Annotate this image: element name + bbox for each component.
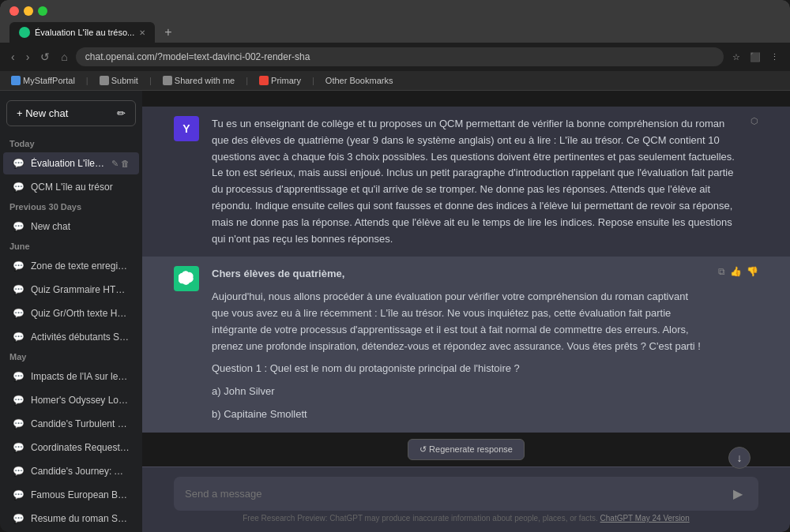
browser-frame: Évaluation L'île au tréso... ✕ + ‹ › ↺ ⌂… xyxy=(0,0,790,532)
bookmark-favicon xyxy=(11,76,21,85)
chat-footer-text: Free Research Preview: ChatGPT may produ… xyxy=(174,511,758,523)
home-button[interactable]: ⌂ xyxy=(58,49,70,65)
chat-wrapper: Y Tu es un enseignant de collège et tu p… xyxy=(142,91,790,532)
assistant-intro: Aujourd'hui, nous allons procéder à une … xyxy=(212,289,705,354)
menu-icon[interactable]: ⋮ xyxy=(766,49,782,65)
bookmark-primary[interactable]: Primary xyxy=(256,74,304,87)
tabs-row: Évaluation L'île au tréso... ✕ + xyxy=(9,22,781,43)
regenerate-button[interactable]: ↺ Regenerate response xyxy=(408,439,525,460)
sidebar-item-label-newchat: New chat xyxy=(31,221,130,232)
tab-title: Évaluation L'île au tréso... xyxy=(35,28,134,37)
user-avatar-icon: Y xyxy=(174,116,199,141)
chatgpt-version-link[interactable]: ChatGPT May 24 Version xyxy=(600,514,690,523)
sidebar-item-zone[interactable]: 💬 Zone de texte enregistrement... xyxy=(3,255,139,277)
message-actions: ⧉ 👍 👎 xyxy=(718,266,758,277)
maximize-window-btn[interactable] xyxy=(38,6,47,16)
nav-icons: ☆ ⬛ ⋮ xyxy=(728,49,782,65)
sidebar-item-label-impacts: Impacts de l'IA sur les métier... xyxy=(31,371,130,382)
q1-b: b) Capitaine Smollett xyxy=(212,406,705,423)
copy-icon[interactable]: ⧉ xyxy=(718,266,725,277)
new-chat-label: + New chat xyxy=(17,107,68,119)
sidebar-item-label-famous: Famous European Books Lis... xyxy=(31,489,130,500)
new-chat-button[interactable]: + New chat ✏ xyxy=(6,100,136,126)
chat-bubble-icon-14: 💬 xyxy=(13,513,24,524)
sidebar-item-famous[interactable]: 💬 Famous European Books Lis... xyxy=(3,484,139,506)
sidebar-item-newchat[interactable]: 💬 New chat xyxy=(3,215,139,238)
sidebar-item-quiz-hugo[interactable]: 💬 Quiz Gr/Orth texte Hugo xyxy=(3,302,139,324)
sidebar-item-activites[interactable]: 💬 Activités débutants Scratch... xyxy=(3,326,139,348)
chat-bubble-icon-6: 💬 xyxy=(13,308,24,319)
sidebar-item-coordinates[interactable]: 💬 Coordinates Requested, Una... xyxy=(3,436,139,459)
sidebar-item-label-coordinates: Coordinates Requested, Una... xyxy=(31,442,130,453)
sidebar-item-label-qcm: QCM L'île au trésor xyxy=(31,182,130,193)
scroll-down-button[interactable]: ↓ xyxy=(728,447,750,469)
user-message-content: Tu es un enseignant de collège et tu pro… xyxy=(212,116,735,247)
sidebar-item-label: Évaluation L'île au tré... xyxy=(31,158,105,169)
input-wrapper: ▶ xyxy=(174,477,758,511)
title-bar: Évaluation L'île au tréso... ✕ + xyxy=(0,0,790,43)
user-prompt-text: Tu es un enseignant de collège et tu pro… xyxy=(212,118,735,245)
chat-input[interactable] xyxy=(185,488,722,500)
sidebar: + New chat ✏ Today 💬 Évaluation L'île au… xyxy=(0,91,142,532)
assistant-avatar-icon xyxy=(174,266,199,291)
section-today: Today xyxy=(0,136,142,152)
sidebar-item-label-resume: Resume du roman Stendhal... xyxy=(31,513,130,524)
chat-bubble-icon-3: 💬 xyxy=(13,221,24,232)
bookmark-submit[interactable]: Submit xyxy=(96,74,141,87)
regenerate-container: ↺ Regenerate response xyxy=(142,433,790,466)
extensions-icon[interactable]: ⬛ xyxy=(747,49,763,65)
thumbs-up-icon[interactable]: 👍 xyxy=(730,266,742,277)
chat-messages: Y Tu es un enseignant de collège et tu p… xyxy=(142,91,790,433)
sidebar-item-label-activites: Activités débutants Scratch... xyxy=(31,332,130,343)
assistant-greeting: Chers élèves de quatrième, xyxy=(212,268,344,279)
chat-bubble-icon: 💬 xyxy=(13,158,24,169)
bookmark-icon[interactable]: ☆ xyxy=(728,49,744,65)
sidebar-item-quiz-html[interactable]: 💬 Quiz Grammaire HTML/JS xyxy=(3,279,139,301)
forward-button[interactable]: › xyxy=(23,49,33,65)
tab-close-btn[interactable]: ✕ xyxy=(139,28,145,37)
regenerate-btn-wrapper: ↺ Regenerate response xyxy=(174,439,758,460)
footer-preview-text: Free Research Preview: ChatGPT may produ… xyxy=(243,514,597,523)
bookmarks-bar: MyStaffPortal | Submit | Shared with me … xyxy=(0,71,790,91)
chat-bubble-icon-13: 💬 xyxy=(13,489,24,500)
bookmark-favicon-primary xyxy=(259,76,269,85)
address-bar[interactable] xyxy=(76,47,724,66)
assistant-message-content: Chers élèves de quatrième, Aujourd'hui, … xyxy=(212,266,705,433)
sidebar-item-label-zone: Zone de texte enregistrement... xyxy=(31,260,130,272)
q1-label: Question 1 : Quel est le nom du protagon… xyxy=(212,361,705,377)
send-button[interactable]: ▶ xyxy=(728,485,747,503)
chat-bubble-icon-5: 💬 xyxy=(13,284,24,295)
sidebar-item-label-homer: Homer's Odyssey Locations xyxy=(31,395,130,406)
active-tab[interactable]: Évaluation L'île au tréso... ✕ xyxy=(9,22,155,43)
minimize-window-btn[interactable] xyxy=(24,6,33,16)
chat-bubble-icon-10: 💬 xyxy=(13,418,24,429)
chat-input-area: ▶ Free Research Preview: ChatGPT may pro… xyxy=(142,466,790,532)
chat-bubble-icon-7: 💬 xyxy=(13,332,24,343)
main-content: + New chat ✏ Today 💬 Évaluation L'île au… xyxy=(0,91,790,532)
section-june: June xyxy=(0,238,142,254)
chat-bubble-icon-9: 💬 xyxy=(13,395,24,406)
sidebar-item-evaluation[interactable]: 💬 Évaluation L'île au tré... ✎ 🗑 xyxy=(3,152,139,174)
assistant-message: Chers élèves de quatrième, Aujourd'hui, … xyxy=(142,257,790,433)
sidebar-item-resume[interactable]: 💬 Resume du roman Stendhal... xyxy=(3,508,139,530)
bookmark-favicon-shared xyxy=(163,76,172,85)
sidebar-item-homer[interactable]: 💬 Homer's Odyssey Locations xyxy=(3,389,139,411)
chat-bubble-icon-12: 💬 xyxy=(13,466,24,477)
tab-favicon xyxy=(19,27,30,38)
sidebar-item-qcm[interactable]: 💬 QCM L'île au trésor xyxy=(3,176,139,198)
sidebar-item-label-candide: Candide's Turbulent Journey xyxy=(31,418,130,429)
close-window-btn[interactable] xyxy=(9,6,19,16)
back-button[interactable]: ‹ xyxy=(8,49,18,65)
sidebar-item-impacts[interactable]: 💬 Impacts de l'IA sur les métier... xyxy=(3,365,139,388)
new-tab-button[interactable]: + xyxy=(158,22,178,43)
sidebar-item-candide2[interactable]: 💬 Candide's Journey: All Place... xyxy=(3,460,139,482)
reload-button[interactable]: ↺ xyxy=(37,49,53,65)
sidebar-item-candide[interactable]: 💬 Candide's Turbulent Journey xyxy=(3,413,139,435)
bookmark-other[interactable]: Other Bookmarks xyxy=(322,74,397,87)
bookmark-mystaffportal[interactable]: MyStaffPortal xyxy=(8,74,78,87)
external-link-icon[interactable]: ⬡ xyxy=(750,116,758,126)
chat-bubble-icon-2: 💬 xyxy=(13,182,24,193)
bookmark-shared-with-me[interactable]: Shared with me xyxy=(160,74,238,87)
q1-a: a) John Silver xyxy=(212,384,705,400)
thumbs-down-icon[interactable]: 👎 xyxy=(747,266,758,277)
